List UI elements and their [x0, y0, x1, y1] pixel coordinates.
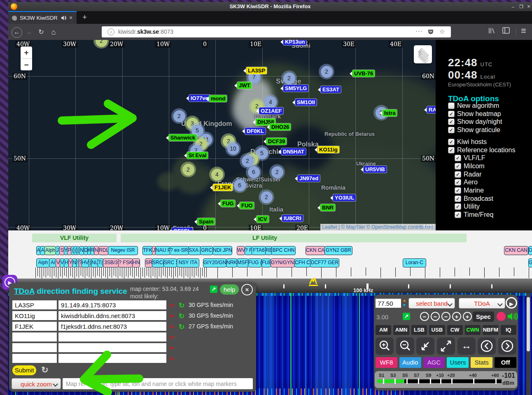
- map-marker-kp13un[interactable]: KP13un: [283, 40, 306, 45]
- remove-host-icon[interactable]: ✂: [169, 323, 175, 331]
- extension-dropdown[interactable]: TDoA: [459, 298, 505, 309]
- button-stats[interactable]: Stats: [471, 357, 492, 368]
- band-label[interactable]: Loran-C: [403, 258, 426, 267]
- host-address-input[interactable]: [58, 343, 166, 352]
- checkbox-icon[interactable]: ✓: [455, 211, 461, 218]
- checkbox-icon[interactable]: [448, 102, 455, 109]
- cluster-marker[interactable]: 2: [93, 40, 109, 49]
- band-label[interactable]: CKN CAN: [306, 246, 325, 255]
- band-label[interactable]: FUE: [261, 258, 271, 267]
- new-tab-button[interactable]: +: [82, 13, 87, 22]
- checkbox-icon[interactable]: ✓: [448, 118, 455, 125]
- remove-host-icon[interactable]: ✂: [169, 355, 175, 363]
- passband-narrow-icon[interactable]: −: [420, 312, 429, 321]
- map-marker-icv[interactable]: ICV: [257, 216, 269, 223]
- zoom-in-button[interactable]: [376, 337, 394, 355]
- refresh-host-icon[interactable]: ↻: [179, 312, 184, 321]
- band-label[interactable]: NSY ITA: [177, 258, 199, 267]
- band-label[interactable]: Alph: [36, 258, 50, 267]
- home-button[interactable]: ⌂: [49, 27, 58, 37]
- cluster-marker[interactable]: 2: [281, 70, 297, 86]
- pocket-icon[interactable]: [428, 29, 434, 35]
- checkbox-icon[interactable]: ✓: [455, 163, 461, 170]
- page-left-button[interactable]: [478, 337, 496, 355]
- frequency-up-icon[interactable]: ▲: [402, 298, 406, 302]
- band-label[interactable]: RDL: [98, 246, 109, 255]
- tab-close-icon[interactable]: ×: [69, 14, 72, 21]
- refresh-host-icon[interactable]: ↻: [179, 323, 184, 331]
- band-label[interactable]: G: [528, 258, 532, 267]
- host-address-input[interactable]: [58, 322, 166, 331]
- band-label[interactable]: GYN/GYN2: [271, 258, 295, 267]
- map-ref-input[interactable]: [63, 378, 253, 389]
- mode-button-cw[interactable]: CW: [447, 325, 463, 335]
- map-marker-fuo[interactable]: FUO: [240, 202, 254, 209]
- zoom-out-button[interactable]: [396, 337, 414, 355]
- band-label[interactable]: FUG (: [248, 258, 262, 267]
- map-zoom-control[interactable]: +−: [21, 46, 32, 70]
- cluster-marker[interactable]: 2: [319, 64, 334, 79]
- spectrum-shift-button[interactable]: ↔: [457, 337, 476, 355]
- frequency-down-icon[interactable]: ▼: [402, 303, 406, 307]
- refresh-all-icon[interactable]: ↻: [41, 365, 49, 375]
- record-icon[interactable]: [497, 312, 506, 321]
- mode-button-nbfm[interactable]: NBFM: [483, 325, 498, 335]
- back-button[interactable]: ←: [12, 27, 22, 38]
- sidebar-toggle-icon[interactable]: [502, 27, 510, 34]
- checkbox-icon[interactable]: ✓: [448, 111, 455, 117]
- passband-widen-icon[interactable]: +: [463, 312, 472, 321]
- refresh-host-icon[interactable]: ↻: [179, 301, 184, 310]
- minimize-button[interactable]: –: [510, 4, 516, 10]
- map-marker-es3at[interactable]: ES3AT: [321, 86, 341, 93]
- button-agc[interactable]: AGC: [423, 357, 445, 368]
- menu-icon[interactable]: ≡: [521, 26, 526, 36]
- passband-narrow-icon[interactable]: −: [441, 312, 450, 321]
- host-address-input[interactable]: [58, 311, 166, 320]
- map-marker-spain[interactable]: Spain: [197, 218, 215, 225]
- button-users[interactable]: Users: [447, 357, 469, 368]
- site-info-icon[interactable]: i: [107, 28, 114, 35]
- host-id-input[interactable]: [12, 343, 57, 352]
- remove-host-icon[interactable]: ✂: [169, 312, 175, 321]
- map-zoom-out[interactable]: −: [21, 59, 32, 71]
- band-label[interactable]: GYN2 GBR: [324, 246, 352, 255]
- mode-button-am[interactable]: AM: [376, 325, 391, 335]
- reload-button[interactable]: ↻: [36, 27, 46, 37]
- band-label[interactable]: D: [528, 246, 532, 255]
- select-band-dropdown[interactable]: select band: [408, 298, 455, 309]
- close-button[interactable]: ×: [525, 4, 532, 10]
- cluster-marker[interactable]: 2: [180, 162, 196, 177]
- band-label[interactable]: GRC: [200, 246, 213, 255]
- map-marker-ge5el[interactable]: GE5EL: [172, 228, 193, 230]
- zoom-full-band-button[interactable]: [437, 337, 455, 355]
- band-label[interactable]: BPC CHN: [271, 246, 296, 255]
- cluster-marker[interactable]: 10: [225, 141, 241, 156]
- map-marker-ur5vib[interactable]: UR5VIB: [364, 166, 387, 173]
- spec-button[interactable]: Spec: [473, 311, 494, 322]
- band-label[interactable]: NRK: [226, 258, 237, 267]
- map-marker-sm5ylg[interactable]: SM5YLG: [283, 85, 308, 92]
- mode-button-iq[interactable]: IQ: [501, 325, 516, 335]
- cluster-marker[interactable]: 6: [232, 177, 247, 193]
- map-marker-f1jek[interactable]: F1JEK: [213, 184, 233, 191]
- band-label[interactable]: FTA6: [252, 246, 266, 255]
- mode-button-cwn[interactable]: CWN: [465, 325, 481, 335]
- checkbox-icon[interactable]: ✓: [455, 155, 461, 161]
- cluster-marker[interactable]: 4: [209, 167, 225, 182]
- host-address-input[interactable]: [58, 332, 166, 342]
- map-marker-df0kl[interactable]: DF0KL: [245, 128, 266, 135]
- checkbox-icon[interactable]: ✓: [448, 147, 455, 153]
- map-zoom-in[interactable]: +: [21, 46, 32, 59]
- zoom-to-band-button[interactable]: [416, 337, 434, 355]
- host-id-input[interactable]: [12, 354, 57, 363]
- band-label[interactable]: NDI JPN: [212, 246, 232, 255]
- checkbox-icon[interactable]: ✓: [448, 139, 455, 145]
- quick-zoom-select[interactable]: quick zoom: [12, 378, 61, 389]
- band-label[interactable]: WV: [237, 246, 245, 255]
- play-button[interactable]: ▶: [506, 297, 517, 309]
- submit-button[interactable]: Submit: [12, 365, 36, 375]
- host-id-input[interactable]: [12, 311, 57, 320]
- map-marker-jn97ed[interactable]: JN97ed: [298, 175, 320, 182]
- checkbox-icon[interactable]: ✓: [455, 187, 461, 194]
- map-marker-yo3iul[interactable]: YO3IUL: [333, 194, 356, 201]
